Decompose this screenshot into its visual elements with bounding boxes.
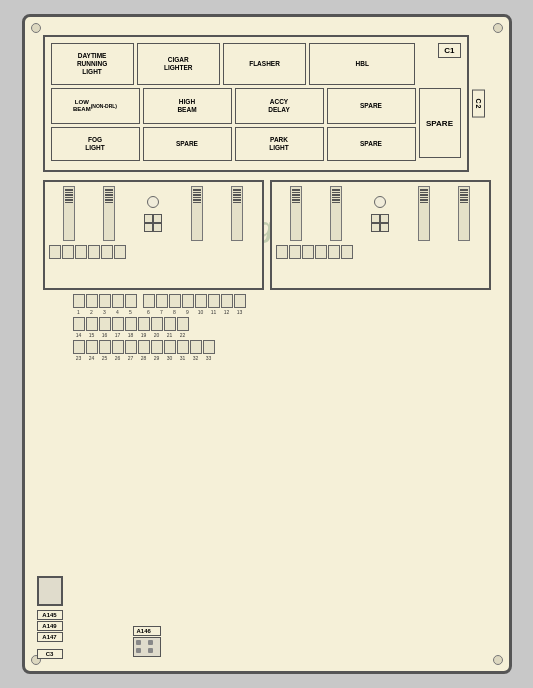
screw-br xyxy=(493,655,503,665)
top-fuse-block: C1 DAYTIMERUNNINGLIGHT CIGARLIGHTER FLAS… xyxy=(43,35,469,172)
nf-30: 30 xyxy=(164,340,176,361)
relay-slot-l1 xyxy=(63,186,75,241)
nf-26: 26 xyxy=(112,340,124,361)
fuse-spare-tall: SPARE xyxy=(419,88,461,158)
screw-tr xyxy=(493,23,503,33)
fuse-rows-2-3: LOWBEAM(NON-DRL) HIGHBEAM ACCYDELAY SPAR… xyxy=(51,88,461,164)
fuse-spare-4: SPARE xyxy=(327,127,416,161)
nf-right-1 xyxy=(276,245,288,259)
relay-slot-r3 xyxy=(418,186,430,241)
a146-area: A146 xyxy=(133,626,161,657)
nf-4: 4 xyxy=(112,294,124,315)
nf-left-4 xyxy=(88,245,100,259)
nf-5: 5 xyxy=(125,294,137,315)
c1-label: C1 xyxy=(438,43,460,58)
nf-16: 16 xyxy=(99,317,111,338)
relay-slot-r1 xyxy=(290,186,302,241)
label-boxes-area: A145 A149 A147 C3 xyxy=(37,576,63,659)
relay-slot-l2 xyxy=(103,186,115,241)
relay-circle-l1 xyxy=(147,196,159,208)
relay-tall-row-right xyxy=(276,186,485,241)
fuse-park-light: PARKLIGHT xyxy=(235,127,324,161)
a149-label: A149 xyxy=(37,621,63,631)
nf-9: 9 xyxy=(182,294,194,315)
pin-1 xyxy=(136,640,141,645)
nf-6: 6 xyxy=(143,294,155,315)
nf-14: 14 xyxy=(73,317,85,338)
fuse-row-3: FOGLIGHT SPARE PARKLIGHT SPARE xyxy=(51,127,416,161)
fuse-low-beam: LOWBEAM(NON-DRL) xyxy=(51,88,140,124)
nf-18: 18 xyxy=(125,317,137,338)
nf-20: 20 xyxy=(151,317,163,338)
fuse-daytime: DAYTIMERUNNINGLIGHT xyxy=(51,43,134,85)
relay-area xyxy=(43,180,491,290)
nf-13: 13 xyxy=(234,294,246,315)
nf-24: 24 xyxy=(86,340,98,361)
nf-1: 1 xyxy=(73,294,85,315)
nf-right-2 xyxy=(289,245,301,259)
nf-left-1 xyxy=(49,245,61,259)
nf-29: 29 xyxy=(151,340,163,361)
relay-block-left xyxy=(43,180,264,290)
screw-tl xyxy=(31,23,41,33)
nf-22: 22 xyxy=(177,317,189,338)
nf-12: 12 xyxy=(221,294,233,315)
a146-connector xyxy=(133,637,161,657)
relay-slot-l3 xyxy=(191,186,203,241)
nf-left-3 xyxy=(75,245,87,259)
left-connector xyxy=(37,576,63,606)
nf-32: 32 xyxy=(190,340,202,361)
fuse-hbl: HBL xyxy=(309,43,415,85)
nf-left-2 xyxy=(62,245,74,259)
fuse-row-2: LOWBEAM(NON-DRL) HIGHBEAM ACCYDELAY SPAR… xyxy=(51,88,416,124)
nf-right-5 xyxy=(328,245,340,259)
relay-tall-row-left xyxy=(49,186,258,241)
fuse-cigar: CIGARLIGHTER xyxy=(137,43,220,85)
fuse-accy-delay: ACCYDELAY xyxy=(235,88,324,124)
pin-2 xyxy=(148,640,153,645)
fuse-spare-2: SPARE xyxy=(327,88,416,124)
nf-3: 3 xyxy=(99,294,111,315)
nf-right-6 xyxy=(341,245,353,259)
fuse-fog-light: FOGLIGHT xyxy=(51,127,140,161)
nf-33: 33 xyxy=(203,340,215,361)
a145-label: A145 xyxy=(37,610,63,620)
nf-right-4 xyxy=(315,245,327,259)
relay-cross-r1 xyxy=(371,214,389,232)
relay-circle-r1 xyxy=(374,196,386,208)
nf-right-3 xyxy=(302,245,314,259)
nf-23: 23 xyxy=(73,340,85,361)
fuse-row-23-33: 23 24 25 26 27 28 29 30 31 32 33 xyxy=(73,340,491,361)
fuse-box-diagram: C1 DAYTIMERUNNINGLIGHT CIGARLIGHTER FLAS… xyxy=(22,14,512,674)
fuse-spare-3: SPARE xyxy=(143,127,232,161)
nf-17: 17 xyxy=(112,317,124,338)
pin-4 xyxy=(148,648,153,653)
fuse-rows-left: LOWBEAM(NON-DRL) HIGHBEAM ACCYDELAY SPAR… xyxy=(51,88,416,164)
c2-label: C2 xyxy=(472,89,485,118)
relay-cross-l1 xyxy=(144,214,162,232)
nf-10: 10 xyxy=(195,294,207,315)
nf-11: 11 xyxy=(208,294,220,315)
nf-28: 28 xyxy=(138,340,150,361)
relay-slot-r4 xyxy=(458,186,470,241)
relay-slot-r2 xyxy=(330,186,342,241)
relay-block-right xyxy=(270,180,491,290)
nf-2: 2 xyxy=(86,294,98,315)
fuse-row-14-22: 14 15 16 17 18 19 20 21 22 xyxy=(73,317,491,338)
fuse-row-1-13: 1 2 3 4 5 6 7 8 9 10 11 12 13 xyxy=(73,294,491,315)
numbered-fuse-area: 1 2 3 4 5 6 7 8 9 10 11 12 13 14 15 16 1… xyxy=(73,294,491,361)
nf-left-5 xyxy=(101,245,113,259)
a146-label: A146 xyxy=(133,626,161,636)
fuse-flasher: FLASHER xyxy=(223,43,306,85)
nf-25: 25 xyxy=(99,340,111,361)
nf-31: 31 xyxy=(177,340,189,361)
fuse-high-beam: HIGHBEAM xyxy=(143,88,232,124)
nf-21: 21 xyxy=(164,317,176,338)
nf-7: 7 xyxy=(156,294,168,315)
nf-27: 27 xyxy=(125,340,137,361)
small-fuses-left xyxy=(49,245,258,260)
c3-box: C3 xyxy=(37,649,63,659)
relay-slot-l4 xyxy=(231,186,243,241)
nf-left-6 xyxy=(114,245,126,259)
nf-19: 19 xyxy=(138,317,150,338)
